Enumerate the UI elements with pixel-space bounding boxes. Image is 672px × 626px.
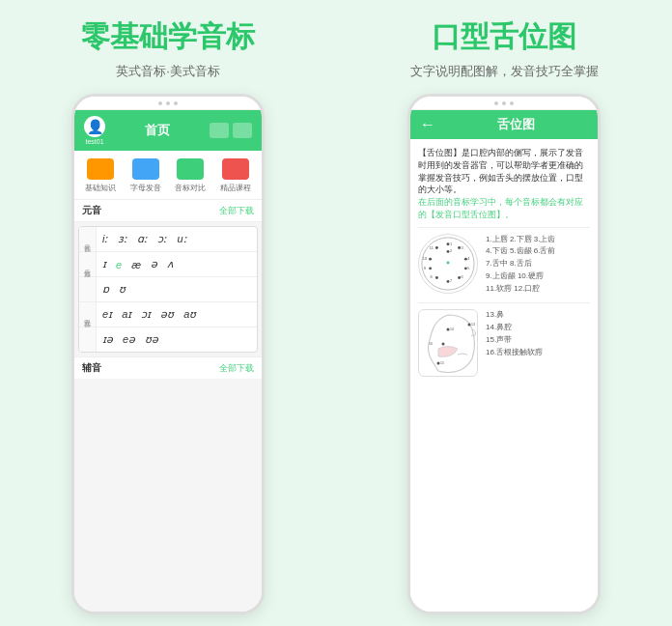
section2: 辅音 全部下载 <box>74 356 262 379</box>
front-diagram: 1 2 3 4 5 6 7 8 <box>418 234 478 294</box>
empty-label-2 <box>79 327 97 352</box>
row-diphthong2: ɪə eə ʊə <box>79 327 257 352</box>
nav-item-2[interactable]: 字母发音 <box>130 158 161 193</box>
svg-text:6: 6 <box>462 274 463 279</box>
svg-text:5: 5 <box>467 265 469 270</box>
label2-line3: 15.声带 <box>486 334 543 347</box>
cell-ii[interactable]: iː <box>98 231 112 247</box>
cell-oo[interactable]: ɔː <box>154 231 171 247</box>
avatar: 👤 <box>84 116 105 137</box>
left-main-title: 零基础学音标 <box>81 17 255 57</box>
svg-point-21 <box>435 246 438 249</box>
diphthong-label: 双元音 <box>79 302 97 327</box>
header-icon2[interactable] <box>233 123 252 138</box>
svg-text:15: 15 <box>440 361 444 365</box>
description-main: 【舌位图】是口腔内部的侧写，展示了发音时用到的发音器官，可以帮助学者更准确的掌握… <box>418 148 583 194</box>
dot2 <box>166 101 170 105</box>
cell-I[interactable]: ɪ <box>98 256 110 272</box>
description-link[interactable]: 在后面的音标学习中，每个音标都会有对应的【发音口型舌位图】。 <box>418 197 583 219</box>
cell-e[interactable]: e <box>112 257 126 272</box>
label2-line1: 13.鼻 <box>486 309 543 322</box>
svg-point-15 <box>435 276 438 279</box>
cell-ia[interactable]: ɪə <box>98 331 117 348</box>
user-label: test01 <box>85 138 103 145</box>
diagram2-labels: 13.鼻 14.鼻腔 15.声带 16.舌根接触软腭 <box>486 309 543 358</box>
header-icon1[interactable] <box>210 123 229 138</box>
left-phone: 👤 test01 首页 基础知识 字母发音 <box>71 94 265 614</box>
dot3 <box>174 101 178 105</box>
nav-item-1[interactable]: 基础知识 <box>85 158 116 193</box>
right-header-title: 舌位图 <box>443 116 588 133</box>
nav-item-4[interactable]: 精品课程 <box>220 158 251 193</box>
nav-label-1: 基础知识 <box>85 183 116 193</box>
section-title: 元音 <box>82 204 101 217</box>
phonetic-compare-icon <box>177 158 204 180</box>
diphthong-cells: eɪ aɪ ɔɪ əʊ aʊ <box>97 302 257 327</box>
svg-text:9: 9 <box>424 265 426 270</box>
right-main-title: 口型舌位图 <box>432 17 576 57</box>
label1-line1: 1.上唇 2.下唇 3.上齿 <box>486 234 555 246</box>
label2-line4: 16.舌根接触软腭 <box>486 347 543 359</box>
left-phone-header: 👤 test01 首页 <box>74 110 262 151</box>
cell-au[interactable]: aʊ <box>180 306 200 323</box>
cell-ai[interactable]: aɪ <box>118 306 135 323</box>
short-vowel-label: 短元音 <box>79 252 97 276</box>
svg-text:7: 7 <box>450 278 452 283</box>
premium-course-icon <box>222 158 249 180</box>
nav-grid: 基础知识 字母发音 音标对比 精品课程 <box>74 151 262 200</box>
cell-upsilon[interactable]: ʊ <box>115 281 129 298</box>
left-header-title: 首页 <box>145 122 170 139</box>
svg-text:14: 14 <box>450 327 454 331</box>
phonetic-table: 长元音 iː ɜː ɑː ɔː uː 短元音 ɪ e æ <box>78 226 258 353</box>
label1-line4: 9.上齿龈 10.硬腭 <box>486 270 555 283</box>
basic-knowledge-icon <box>87 158 114 180</box>
long-vowel-label: 长元音 <box>79 227 97 251</box>
side-diagram: 13 14 15 16 <box>418 309 478 377</box>
cell-wedge[interactable]: ʌ <box>163 256 178 272</box>
cell-ou[interactable]: əʊ <box>156 306 178 323</box>
svg-point-30 <box>442 343 445 346</box>
rdot2 <box>502 101 506 105</box>
section2-link[interactable]: 全部下载 <box>219 362 254 375</box>
cell-schwa[interactable]: ə <box>147 256 161 272</box>
svg-point-17 <box>429 267 432 270</box>
svg-text:2: 2 <box>450 248 452 253</box>
cell-aa[interactable]: ɑː <box>133 231 152 247</box>
cell-er[interactable]: ɜː <box>114 231 131 247</box>
right-section: 口型舌位图 文字说明配图解，发音技巧全掌握 ← 舌位图 【舌位图】是口腔内部的侧… <box>336 0 672 626</box>
cell-oi[interactable]: ɔɪ <box>137 306 154 323</box>
header-right <box>210 123 252 138</box>
cell-ua[interactable]: ʊə <box>141 331 162 348</box>
back-arrow-icon[interactable]: ← <box>420 116 435 133</box>
cell-ea[interactable]: eə <box>119 331 139 348</box>
phone-body: 基础知识 字母发音 音标对比 精品课程 元音 全部下载 <box>74 151 262 612</box>
svg-text:13: 13 <box>471 323 475 327</box>
rdot1 <box>494 101 498 105</box>
svg-point-19 <box>429 257 432 260</box>
svg-point-23 <box>447 261 450 264</box>
download-all-link[interactable]: 全部下载 <box>219 205 254 217</box>
letter-sound-icon <box>132 158 159 180</box>
right-phone-top-bar <box>410 97 598 110</box>
svg-text:4: 4 <box>467 256 470 261</box>
row-diphthong: 双元音 eɪ aɪ ɔɪ əʊ aʊ <box>79 302 257 327</box>
short-vowel-cells: ɪ e æ ə ʌ <box>97 252 257 276</box>
svg-text:16: 16 <box>429 342 433 346</box>
dot1 <box>158 101 162 105</box>
nav-item-3[interactable]: 音标对比 <box>175 158 206 193</box>
cell-open-o[interactable]: ɒ <box>98 281 113 298</box>
phone-top-bar <box>74 97 262 110</box>
label2-line2: 14.鼻腔 <box>486 322 543 334</box>
row-long-vowel: 长元音 iː ɜː ɑː ɔː uː <box>79 227 257 252</box>
row-short-vowel: 短元音 ɪ e æ ə ʌ <box>79 252 257 277</box>
nav-label-4: 精品课程 <box>220 183 251 193</box>
cell-ei[interactable]: eɪ <box>98 306 116 323</box>
section2-title: 辅音 <box>82 361 101 375</box>
long-vowel-cells: iː ɜː ɑː ɔː uː <box>97 227 257 251</box>
nav-label-2: 字母发音 <box>130 183 161 193</box>
mouth-diagram-2: 13 14 15 16 13.鼻 14.鼻腔 15.声带 16.舌根接触软腭 <box>418 309 590 377</box>
cell-ae[interactable]: æ <box>127 257 145 272</box>
empty-label-1 <box>79 277 97 301</box>
divider1 <box>418 227 590 228</box>
cell-uu[interactable]: uː <box>173 231 190 247</box>
